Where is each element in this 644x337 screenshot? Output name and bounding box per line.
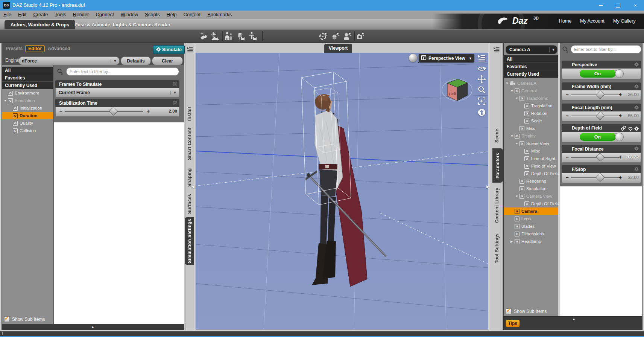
tree-item-display[interactable]: ▼GDisplay: [504, 132, 558, 140]
zoom-icon[interactable]: [477, 85, 486, 95]
collapse-icon[interactable]: ▼: [515, 97, 519, 100]
tree-item-translation[interactable]: GTranslation: [504, 102, 558, 110]
slider-thumb[interactable]: [595, 152, 605, 162]
side-tab-install[interactable]: Install: [185, 104, 194, 124]
tree-item-rotation[interactable]: GRotation: [504, 110, 558, 117]
pane-tab-advanced[interactable]: Advanced: [48, 46, 70, 51]
collapse-icon[interactable]: ▼: [515, 195, 519, 198]
dropdown-control[interactable]: Current Frame▼: [56, 88, 179, 97]
tree-item-collision[interactable]: GCollision: [2, 127, 53, 134]
expand-icon[interactable]: ▶: [510, 240, 515, 243]
param-header-icons[interactable]: [634, 84, 639, 90]
slider-track[interactable]: [571, 116, 620, 117]
pan-icon[interactable]: [477, 75, 486, 84]
side-tab-smart-content[interactable]: Smart Content: [185, 125, 194, 162]
slider-value[interactable]: 22.00: [623, 175, 639, 180]
surface-selection-tool-icon[interactable]: [331, 32, 340, 41]
menu-item-create[interactable]: Create: [30, 11, 51, 19]
slider-decrement[interactable]: –: [59, 108, 62, 114]
list-row-all[interactable]: All: [504, 55, 558, 63]
side-tab-simulation-settings[interactable]: Simulation Settings: [185, 217, 194, 265]
slider-track[interactable]: [571, 95, 620, 96]
menu-item-edit[interactable]: Edit: [15, 11, 30, 19]
home-icon[interactable]: [477, 108, 486, 117]
param-card-body[interactable]: –+168.22: [562, 153, 641, 163]
tree-item-field-of-view[interactable]: GField of View: [504, 162, 558, 170]
scene-figures-icon[interactable]: [224, 32, 233, 41]
slider-increment[interactable]: +: [619, 154, 622, 160]
lighting-sphere-icon[interactable]: [409, 54, 417, 62]
tree-item-depth-of-field[interactable]: GDepth Of Field: [504, 200, 558, 207]
tree-item-simulation[interactable]: ▼GSimulation: [2, 97, 53, 104]
maximize-button[interactable]: [609, 0, 627, 11]
save-asset-icon[interactable]: [236, 32, 245, 41]
clear-button[interactable]: Clear: [152, 56, 183, 65]
new-spotlight-icon[interactable]: [199, 32, 208, 41]
gear-icon[interactable]: [634, 105, 639, 111]
filter-input[interactable]: [571, 45, 641, 53]
tree-item-headlamp[interactable]: ▶GHeadlamp: [504, 238, 558, 245]
toggle-knob[interactable]: [615, 69, 624, 78]
param-header-icons[interactable]: [634, 62, 639, 68]
param-card-body[interactable]: Current Frame▼: [55, 88, 179, 97]
toggle-switch[interactable]: On: [580, 133, 623, 141]
gear-icon[interactable]: [634, 63, 639, 68]
collapse-icon[interactable]: ▼: [510, 89, 515, 93]
activity-tab-pose-animate[interactable]: Pose & Animate: [70, 20, 115, 29]
slider-thumb[interactable]: [595, 173, 605, 182]
show-sub-items-checkbox[interactable]: ✓ Show Sub Items: [506, 308, 547, 314]
toggle-switch[interactable]: On: [580, 70, 623, 78]
orbit-icon[interactable]: [477, 64, 486, 73]
view-cube[interactable]: Left: [439, 71, 475, 107]
side-tab-scene[interactable]: Scene: [492, 127, 501, 145]
gear-icon[interactable]: [634, 84, 639, 90]
param-card-body[interactable]: On: [562, 132, 641, 142]
gear-icon[interactable]: [634, 147, 639, 152]
gear-icon[interactable]: [634, 127, 639, 132]
list-row-favorites[interactable]: Favorites: [504, 63, 558, 70]
slider-thumb[interactable]: [595, 111, 605, 120]
tree-item-transforms[interactable]: ▼GTransforms: [504, 95, 558, 102]
nav-link-my-account[interactable]: My Account: [580, 18, 605, 24]
gear-icon[interactable]: [173, 82, 177, 87]
list-row-all[interactable]: All: [2, 67, 53, 74]
slider-value[interactable]: 65.00: [623, 113, 639, 118]
defaults-button[interactable]: Defaults: [121, 56, 151, 65]
menu-item-window[interactable]: Window: [117, 11, 141, 19]
param-card-body[interactable]: –+22.00: [562, 173, 641, 183]
tree-item-general[interactable]: ▼GGeneral: [504, 87, 558, 95]
slider-value[interactable]: 2.00: [161, 109, 177, 113]
show-sub-items-checkbox[interactable]: ✓ Show Sub Items: [4, 316, 45, 322]
side-tab-tool-settings[interactable]: Tool Settings: [492, 228, 501, 268]
tree-item-initialization[interactable]: GInitialization: [2, 104, 53, 112]
param-header-icons[interactable]: [634, 167, 639, 172]
nav-link-my-gallery[interactable]: My Gallery: [613, 18, 636, 24]
tree-item-rendering[interactable]: GRendering: [504, 177, 558, 185]
tree-item-misc[interactable]: GMisc: [504, 125, 558, 132]
slider-value[interactable]: 36.00: [623, 92, 639, 97]
tree-item-scene-view[interactable]: ▼GScene View: [504, 140, 558, 147]
slider-value[interactable]: 168.22: [623, 155, 639, 159]
tree-item-lens[interactable]: GLens: [504, 215, 558, 223]
activity-tab-render[interactable]: Render: [150, 20, 175, 29]
collapse-left-handle[interactable]: ◀: [191, 185, 194, 189]
pane-menu-icon[interactable]: [477, 54, 486, 63]
menu-item-render[interactable]: Render: [70, 11, 93, 19]
side-tab-content-library[interactable]: Content Library: [492, 185, 501, 226]
list-row-currently-used[interactable]: Currently Used: [504, 70, 558, 78]
node-selection-tool-icon[interactable]: [343, 32, 352, 41]
expand-up-icon[interactable]: ▲: [91, 325, 94, 329]
heart-icon[interactable]: [628, 127, 633, 132]
collapse-right-handle[interactable]: ▶: [486, 185, 489, 189]
tips-button[interactable]: Tips: [506, 320, 520, 327]
menu-item-connect[interactable]: Connect: [92, 11, 117, 19]
tree-item-scale[interactable]: GScale: [504, 117, 558, 125]
expand-up-icon[interactable]: ▲: [572, 317, 576, 321]
pane-bottom-bar[interactable]: ▲: [2, 324, 184, 330]
rotate-tool-icon[interactable]: [319, 32, 328, 41]
side-tab-parameters[interactable]: Parameters: [492, 148, 503, 183]
slider-track[interactable]: [571, 177, 620, 178]
menu-item-scripts[interactable]: Scripts: [141, 11, 163, 19]
side-tab-surfaces[interactable]: Surfaces: [185, 192, 194, 216]
frame-icon[interactable]: [477, 97, 486, 106]
